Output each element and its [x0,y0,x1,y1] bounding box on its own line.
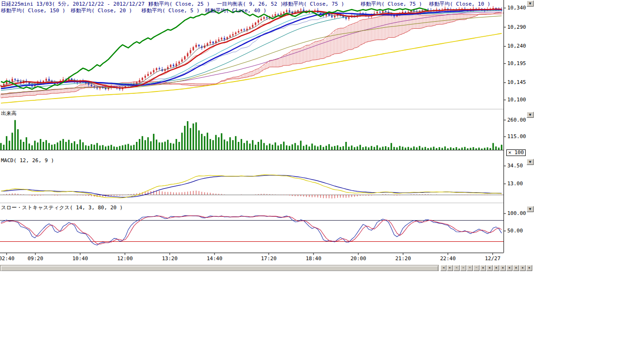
scrollbar-page-right-button[interactable]: » [460,265,466,271]
stoch-panel[interactable] [0,215,504,245]
time-axis-label: 13:20 [162,255,177,262]
chart-application: 日経225mini 13/03( 5分, 2012/12/22 - 2012/1… [0,0,644,362]
indicator-label-ichimoku: 一目均衡表( 9, 26, 52 ) [217,1,283,7]
time-axis-label: 09:20 [27,255,43,262]
indicator-label-ma75-a: 移動平均( Close, 75 ) [283,1,344,7]
scrollbar-tool-7-button[interactable]: ▪ [520,265,526,271]
price-axis-label: 10,145 [507,79,526,85]
volume-panel-menu-button[interactable]: ▼ [527,112,534,118]
macd-panel-menu-button[interactable]: ▼ [527,159,534,165]
price-panel[interactable] [0,6,504,103]
indicator-label-ma75-b: 移動平均( Close, 75 ) [361,1,422,7]
price-axis-label: 10,290 [507,24,526,30]
indicator-label-ma20: 移動平均( Close, 20 ) [71,8,132,14]
scrollbar-tool-3-button[interactable]: ▪ [493,265,499,271]
time-axis-label: 02:40 [0,255,15,262]
indicator-label-ma5: 移動平均( Close, 5 ) [141,8,199,14]
scrollbar-tool-1-button[interactable]: ▪ [480,265,486,271]
price-axis-label: 10,100 [507,97,526,103]
price-axis-label: 10,240 [507,43,526,49]
time-axis-label: 10:40 [72,255,88,262]
time-axis-label: 20:00 [350,255,366,262]
scrollbar-thumb[interactable] [1,266,438,271]
scrollbar-scroll-right-button[interactable]: ► [447,265,453,271]
time-axis-label: 12:00 [117,255,132,262]
scrollbar-tool-4-button[interactable]: ▪ [500,265,506,271]
time-axis-label: 21:20 [395,255,411,262]
price-panel-menu-button[interactable]: ▼ [527,0,534,7]
indicator-label-ma40: 移動平均( Close, 40 ) [205,8,266,14]
indicator-label-ma150: 移動平均( Close, 150 ) [1,8,66,14]
chart-canvas[interactable] [0,0,535,264]
time-axis-label: 22:40 [440,255,455,262]
horizontal-scrollbar[interactable] [0,265,439,271]
volume-unit-badge: × 100 [506,149,526,156]
scrollbar-scroll-left-button[interactable]: ◄ [440,265,446,271]
scrollbar-tool-5-button[interactable]: ▪ [506,265,512,271]
price-axis-label: 10,195 [507,60,526,66]
stoch-axis-label: 100.00 [507,210,526,216]
stoch-panel-menu-button[interactable]: ▼ [527,206,534,212]
time-axis-label: 14:40 [206,255,222,262]
indicator-label-ma25: 移動平均( Close, 25 ) [149,1,210,7]
time-axis-label: 17:20 [261,255,276,262]
scrollbar-tool-6-button[interactable]: ▪ [513,265,519,271]
volume-axis-label: 115.00 [507,133,526,140]
time-axis-label: 18:40 [305,255,321,262]
macd-panel[interactable] [0,175,504,198]
chart-title: 日経225mini 13/03( 5分, 2012/12/22 - 2012/1… [1,1,151,7]
macd-axis-label: 34.50 [507,163,523,169]
price-axis-label: 10,340 [507,5,526,11]
scrollbar-zoom-out-button[interactable]: − [473,265,479,271]
scrollbar-tool-2-button[interactable]: ▪ [487,265,493,271]
volume-axis-label: 260.00 [507,117,526,123]
macd-axis-label: 13.00 [507,181,523,187]
scrollbar-tool-8-button[interactable]: ▪ [526,265,532,271]
stoch-panel-label: スロー・ストキャスティクス( 14, 3, 80, 20 ) [1,205,123,211]
macd-panel-label: MACD( 12, 26, 9 ) [1,157,54,164]
time-axis-label: 12/27 [485,255,500,262]
volume-panel[interactable] [0,120,504,150]
scrollbar-zoom-in-button[interactable]: + [467,265,473,271]
volume-panel-label: 出来高 [1,110,17,116]
scrollbar-page-left-button[interactable]: « [454,265,460,271]
indicator-label-ma10: 移動平均( Close, 10 ) [429,1,490,7]
stoch-axis-label: 50.00 [507,228,523,234]
